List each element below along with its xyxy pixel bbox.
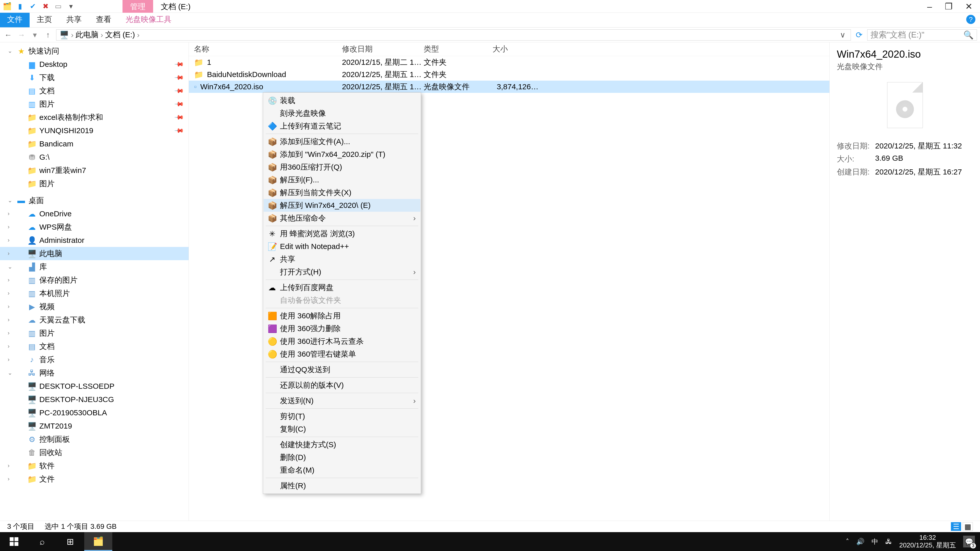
crumb-this-pc[interactable]: 此电脑 [76, 30, 99, 40]
qat-new-icon[interactable]: ▭ [54, 2, 62, 11]
nav-lib-video[interactable]: ›▶视频 [0, 300, 189, 313]
menu-item[interactable]: 创建快捷方式(S) [264, 438, 420, 451]
chevron-right-icon[interactable]: › [71, 30, 73, 39]
nav-pictures[interactable]: ▥图片📌 [0, 97, 189, 111]
nav-wps[interactable]: ›☁WPS网盘 [0, 221, 189, 233]
col-name[interactable]: 名称 [194, 44, 342, 54]
nav-recycle[interactable]: 🗑回收站 [0, 446, 189, 459]
menu-item[interactable]: 还原以前的版本(V) [264, 379, 420, 392]
nav-quick-access[interactable]: ⌄★快速访问 [0, 44, 189, 58]
explorer-taskbar-button[interactable]: 🗂️ [84, 532, 112, 551]
forward-button[interactable]: → [16, 30, 27, 39]
nav-documents[interactable]: ▤文档📌 [0, 84, 189, 97]
col-type[interactable]: 类型 [424, 44, 493, 54]
table-row[interactable]: 📁BaiduNetdiskDownload2020/12/25, 星期五 1…文… [189, 68, 829, 81]
ime-icon[interactable]: 中 [872, 537, 878, 546]
qat-pin-icon[interactable]: ▮ [16, 2, 24, 11]
nav-lib-docs[interactable]: ›▤文档 [0, 340, 189, 353]
qat-close-icon[interactable]: ✖ [41, 2, 49, 11]
menu-item[interactable]: 📦其他压缩命令› [264, 212, 420, 224]
chevron-right-icon[interactable]: › [8, 343, 10, 350]
tab-file[interactable]: 文件 [0, 12, 30, 27]
menu-item[interactable]: 📦解压到当前文件夹(X) [264, 186, 420, 199]
chevron-right-icon[interactable]: › [8, 224, 10, 230]
menu-item[interactable]: 剪切(T) [264, 410, 420, 423]
task-view-button[interactable]: ⊞ [56, 532, 84, 551]
col-date[interactable]: 修改日期 [342, 44, 424, 54]
nav-control-panel[interactable]: ⚙控制面板 [0, 433, 189, 446]
up-button[interactable]: ↑ [43, 30, 53, 39]
menu-item[interactable]: 打开方式(H)› [264, 265, 420, 278]
search-icon[interactable]: 🔍 [963, 30, 974, 40]
view-icons-button[interactable]: ▦ [963, 522, 973, 531]
nav-lib-music[interactable]: ›♪音乐 [0, 353, 189, 366]
tab-share[interactable]: 共享 [59, 12, 89, 27]
nav-files[interactable]: ›📁文件 [0, 472, 189, 486]
nav-bandicam[interactable]: 📁Bandicam [0, 137, 189, 151]
menu-item[interactable]: 🔷上传到有道云笔记 [264, 120, 420, 132]
notifications-button[interactable]: 💬3 [963, 536, 975, 548]
menu-item[interactable]: 🟧使用 360解除占用 [264, 310, 420, 322]
qat-check-icon[interactable]: ✔ [29, 2, 37, 11]
search-button[interactable]: ⌕ [28, 532, 56, 551]
menu-item[interactable]: 💿装载 [264, 94, 420, 107]
menu-item[interactable]: 📦用360压缩打开(Q) [264, 161, 420, 173]
nav-this-pc[interactable]: ›🖥️此电脑 [0, 247, 189, 260]
recent-dropdown[interactable]: ▾ [30, 30, 40, 39]
volume-icon[interactable]: 🔊 [856, 538, 864, 546]
chevron-right-icon[interactable]: › [8, 237, 10, 244]
menu-item[interactable]: 刻录光盘映像 [264, 107, 420, 120]
maximize-button[interactable]: ❐ [945, 1, 953, 11]
nav-desktop[interactable]: ▆Desktop📌 [0, 58, 189, 71]
chevron-right-icon[interactable]: › [8, 462, 10, 469]
chevron-right-icon[interactable]: › [100, 30, 103, 39]
nav-g-drive[interactable]: ⛃G:\ [0, 151, 189, 164]
crumb-dropdown-icon[interactable]: ∨ [840, 30, 845, 39]
menu-item[interactable]: 属性(R) [264, 479, 420, 492]
nav-net-2[interactable]: 🖥️DESKTOP-NJEU3CG [0, 393, 189, 406]
chevron-right-icon[interactable]: › [8, 330, 10, 337]
system-tray[interactable]: ˄ 🔊 中 🖧 16:32 2020/12/25, 星期五 💬3 [846, 534, 980, 549]
nav-net-1[interactable]: 🖥️DESKTOP-LSSOEDP [0, 380, 189, 393]
column-headers[interactable]: 名称 修改日期 类型 大小 [189, 42, 829, 56]
help-button[interactable]: ? [966, 15, 975, 24]
menu-item[interactable]: ✳用 蜂蜜浏览器 浏览(3) [264, 227, 420, 240]
chevron-right-icon[interactable]: › [8, 303, 10, 310]
breadcrumb[interactable]: 🖥️ › 此电脑 › 文档 (E:) › ∨ [56, 29, 851, 41]
chevron-right-icon[interactable]: › [8, 290, 10, 297]
back-button[interactable]: ← [3, 30, 13, 39]
tab-manage[interactable]: 管理 [123, 0, 153, 13]
menu-item[interactable]: 删除(D) [264, 451, 420, 464]
nav-net-4[interactable]: 🖥️ZMT2019 [0, 419, 189, 433]
view-details-button[interactable]: ☰ [951, 522, 961, 531]
menu-item[interactable]: 📦添加到压缩文件(A)... [264, 135, 420, 148]
nav-downloads[interactable]: ⬇下载📌 [0, 71, 189, 84]
table-row[interactable]: ▫Win7x64_2020.iso2020/12/25, 星期五 1…光盘映像文… [189, 81, 829, 93]
nav-lib-pics[interactable]: ›▥图片 [0, 327, 189, 340]
chevron-down-icon[interactable]: ⌄ [8, 370, 12, 376]
nav-tree[interactable]: ⌄★快速访问 ▆Desktop📌 ⬇下载📌 ▤文档📌 ▥图片📌 📁excel表格… [0, 42, 189, 532]
network-icon[interactable]: 🖧 [885, 538, 892, 546]
minimize-button[interactable]: – [927, 2, 932, 11]
table-row[interactable]: 📁12020/12/15, 星期二 1…文件夹 [189, 56, 829, 68]
menu-item[interactable]: ↗共享 [264, 253, 420, 265]
nav-excel[interactable]: 📁excel表格制作求和📌 [0, 111, 189, 124]
crumb-drive[interactable]: 文档 (E:) [105, 30, 135, 40]
menu-item[interactable]: 通过QQ发送到 [264, 363, 420, 376]
chevron-right-icon[interactable]: › [137, 30, 140, 39]
nav-yunqishi[interactable]: 📁YUNQISHI2019📌 [0, 124, 189, 137]
menu-item[interactable]: 重命名(M) [264, 464, 420, 476]
chevron-down-icon[interactable]: ⌄ [8, 264, 12, 270]
context-menu[interactable]: 💿装载刻录光盘映像🔷上传到有道云笔记📦添加到压缩文件(A)...📦添加到 "Wi… [263, 92, 421, 494]
menu-item[interactable]: 🟡使用 360管理右键菜单 [264, 348, 420, 360]
tab-view[interactable]: 查看 [89, 12, 118, 27]
chevron-down-icon[interactable]: ⌄ [8, 197, 12, 204]
chevron-right-icon[interactable]: › [8, 356, 10, 363]
nav-libraries[interactable]: ⌄▟库 [0, 260, 189, 273]
refresh-button[interactable]: ⟳ [854, 30, 864, 40]
nav-software[interactable]: ›📁软件 [0, 459, 189, 472]
nav-net-3[interactable]: 🖥️PC-20190530OBLA [0, 406, 189, 419]
nav-lib-tianyi[interactable]: ›☁天翼云盘下载 [0, 313, 189, 327]
chevron-right-icon[interactable]: › [8, 277, 10, 283]
nav-lib-camera[interactable]: ›▥本机照片 [0, 287, 189, 300]
